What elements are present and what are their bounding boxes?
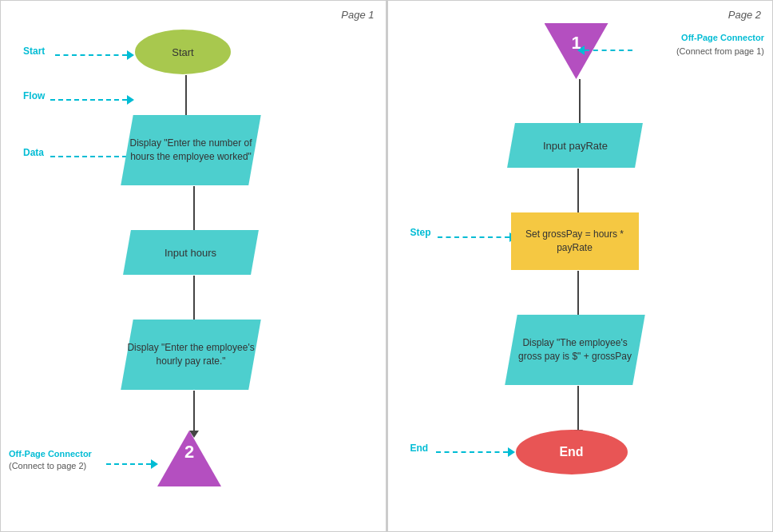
off-page-label-p1: Off-Page Connector (Connect to page 2) — [9, 448, 92, 473]
page-1: Page 1 Start Start Flow Data Display "En… — [0, 0, 386, 532]
display2-shape: Display "Enter the employee's hourly pay… — [121, 320, 261, 390]
end-label: End — [410, 443, 429, 454]
data-arrow — [50, 152, 134, 161]
start-shape: Start — [135, 30, 231, 74]
display1-shape: Display "Enter the number of hours the e… — [121, 115, 261, 185]
end-arrow — [436, 447, 515, 457]
offpage-arrow-p1 — [106, 459, 158, 469]
step-label: Step — [410, 227, 431, 238]
page-2: Page 2 1 Off-Page Connector (Connect fro… — [386, 0, 774, 532]
end-shape: End — [516, 430, 628, 474]
page1-label: Page 1 — [341, 9, 374, 21]
connector2-shape: 2 — [157, 431, 221, 486]
step-arrow — [438, 232, 517, 242]
off-page-annotation-p2: Off-Page Connector (Connect from page 1) — [676, 31, 764, 58]
arrow-display2-connector — [189, 391, 199, 438]
input-hours-shape: Input hours — [123, 230, 259, 275]
input-payrate-shape: Input payRate — [507, 123, 643, 168]
start-label: Start — [23, 46, 45, 57]
page2-label: Page 2 — [728, 9, 761, 21]
offpage-arrow-p2 — [577, 46, 632, 55]
display3-shape: Display "The employee's gross pay is $" … — [505, 315, 645, 385]
data-label: Data — [23, 147, 44, 158]
start-arrow — [55, 50, 134, 60]
set-gross-shape: Set grossPay = hours * payRate — [511, 212, 639, 270]
flow-label: Flow — [23, 90, 45, 101]
flow-arrow — [50, 95, 134, 105]
